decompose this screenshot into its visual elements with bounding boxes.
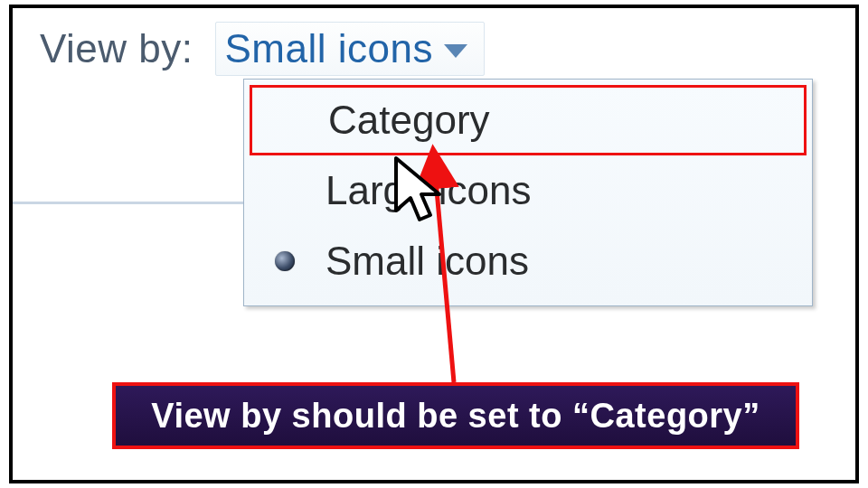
menu-item-label: Large icons	[326, 168, 531, 213]
bullet-icon	[275, 251, 295, 271]
chevron-down-icon	[444, 44, 467, 58]
instruction-text: View by should be set to “Category”	[151, 397, 760, 436]
view-by-label: View by:	[40, 26, 193, 71]
menu-item-label: Small icons	[326, 239, 529, 284]
instruction-callout: View by should be set to “Category”	[112, 382, 799, 449]
view-by-selected: Small icons	[225, 26, 433, 71]
view-by-dropdown[interactable]: Small icons	[215, 22, 485, 76]
view-by-row: View by: Small icons	[40, 22, 485, 76]
screenshot-frame: View by: Small icons Category Large icon…	[9, 5, 859, 483]
menu-item-category[interactable]: Category	[250, 85, 807, 155]
menu-item-label: Category	[328, 98, 490, 143]
menu-item-small-icons[interactable]: Small icons	[244, 226, 812, 296]
view-by-menu: Category Large icons Small icons	[243, 79, 813, 306]
menu-item-large-icons[interactable]: Large icons	[244, 155, 812, 226]
